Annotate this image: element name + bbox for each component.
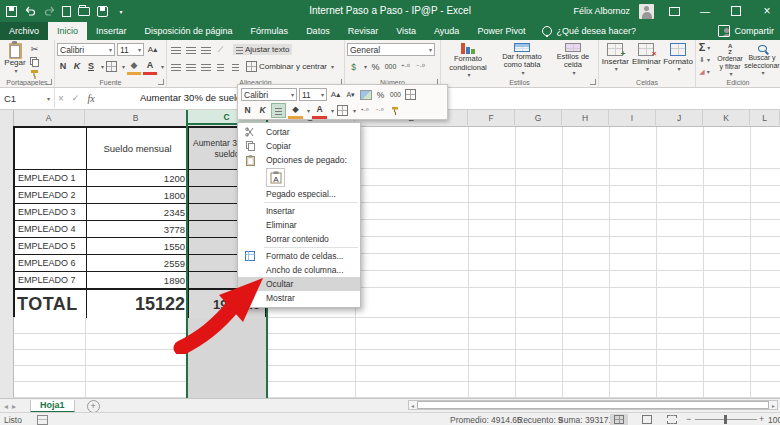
tab-vista[interactable]: Vista bbox=[387, 22, 425, 40]
mini-italic-button[interactable]: K bbox=[256, 104, 269, 117]
tab-formulas[interactable]: Fórmulas bbox=[242, 22, 298, 40]
cut-icon[interactable]: ✂ bbox=[28, 42, 41, 55]
increase-decimal-icon[interactable]: ⁺·⁰ bbox=[399, 60, 412, 73]
workbook-icon[interactable] bbox=[97, 6, 108, 17]
mini-format-painter-icon[interactable] bbox=[388, 104, 401, 117]
cell-salary-5[interactable]: 1550 bbox=[87, 238, 189, 255]
view-normal-button[interactable] bbox=[610, 414, 628, 425]
mini-table-icon[interactable] bbox=[404, 88, 417, 101]
cell-employee-name-6[interactable]: EMPLEADO 6 bbox=[15, 255, 87, 272]
align-center-icon[interactable] bbox=[184, 60, 197, 73]
macro-record-icon[interactable] bbox=[37, 415, 48, 425]
menu-item-borrar-contenido[interactable]: Borrar contenido bbox=[238, 232, 360, 246]
column-header-B[interactable]: B bbox=[85, 110, 187, 125]
insert-function-icon[interactable]: fx bbox=[87, 93, 94, 104]
clear-icon[interactable]: ◢▾ bbox=[698, 66, 711, 77]
tell-me-box[interactable]: ¿Qué desea hacer? bbox=[534, 22, 644, 40]
scroll-left-icon[interactable]: ◂ bbox=[409, 402, 416, 409]
tab-disposicion[interactable]: Disposición de página bbox=[136, 22, 242, 40]
restore-icon[interactable] bbox=[725, 0, 747, 22]
tab-insertar[interactable]: Insertar bbox=[87, 22, 136, 40]
share-button[interactable]: Compartir bbox=[718, 25, 774, 37]
menu-item-ocultar[interactable]: Ocultar bbox=[238, 277, 360, 291]
close-icon[interactable]: × bbox=[756, 0, 778, 22]
orientation-icon[interactable]: ⟋ bbox=[214, 43, 227, 56]
merge-center-button[interactable]: Combinar y centrar ▾ bbox=[246, 61, 334, 72]
increase-indent-icon[interactable] bbox=[229, 60, 242, 73]
row-header-strip[interactable] bbox=[0, 110, 14, 398]
copy-icon[interactable] bbox=[28, 55, 41, 68]
delete-cells-button[interactable]: × Eliminar▾ bbox=[632, 42, 662, 77]
column-header-G[interactable]: G bbox=[515, 110, 562, 125]
tab-inicio[interactable]: Inicio bbox=[48, 22, 87, 40]
tab-datos[interactable]: Datos bbox=[297, 22, 339, 40]
menu-item-opciones-de-pegado[interactable]: Opciones de pegado: bbox=[238, 153, 360, 167]
new-file-icon[interactable] bbox=[62, 6, 71, 17]
borders-dropdown-icon[interactable]: ▾ bbox=[122, 63, 125, 70]
column-header-L[interactable]: L bbox=[750, 110, 780, 125]
mini-percent-icon[interactable]: % bbox=[374, 88, 387, 101]
sheet-nav-right-icon[interactable]: ▸ bbox=[12, 402, 16, 411]
decrease-decimal-icon[interactable]: ⁻·⁰ bbox=[414, 60, 427, 73]
mini-increase-font-icon[interactable]: A▴ bbox=[329, 88, 342, 101]
cell-B1[interactable]: Sueldo mensual bbox=[87, 128, 189, 170]
font-color-dropdown-icon[interactable]: ▾ bbox=[161, 63, 164, 70]
cell-employee-name-5[interactable]: EMPLEADO 5 bbox=[15, 238, 87, 255]
autosum-icon[interactable]: Σ▾ bbox=[698, 42, 711, 53]
scroll-right-icon[interactable]: ▸ bbox=[770, 402, 777, 409]
conditional-formatting-button[interactable]: Formato condicional▾ bbox=[443, 42, 493, 77]
align-left-icon[interactable] bbox=[169, 60, 182, 73]
qat-customize-icon[interactable]: ▾ bbox=[115, 5, 127, 17]
font-size-combo[interactable]: 11▾ bbox=[117, 43, 144, 56]
column-header-H[interactable]: H bbox=[562, 110, 609, 125]
column-header-F[interactable]: F bbox=[468, 110, 515, 125]
align-top-icon[interactable] bbox=[169, 43, 182, 56]
cell-salary-1[interactable]: 1200 bbox=[87, 170, 189, 187]
menu-item-formato-de-celdas[interactable]: Formato de celdas... bbox=[238, 249, 360, 263]
styles-dialog-launcher-icon[interactable] bbox=[590, 79, 596, 85]
enter-entry-icon[interactable]: ✓ bbox=[72, 93, 80, 103]
save-icon[interactable] bbox=[6, 6, 17, 17]
open-folder-icon[interactable] bbox=[78, 7, 90, 16]
percent-icon[interactable]: % bbox=[369, 60, 382, 73]
increase-font-icon[interactable]: A▴ bbox=[146, 43, 159, 56]
bold-button[interactable]: N bbox=[57, 60, 69, 73]
borders-icon[interactable] bbox=[106, 60, 118, 73]
sheet-nav-left-icon[interactable]: ◂ bbox=[0, 402, 12, 411]
tab-revisar[interactable]: Revisar bbox=[339, 22, 388, 40]
undo-icon[interactable] bbox=[24, 5, 36, 17]
cell-employee-name-2[interactable]: EMPLEADO 2 bbox=[15, 187, 87, 204]
underline-button[interactable]: S bbox=[85, 60, 97, 73]
cell-salary-3[interactable]: 2345 bbox=[87, 204, 189, 221]
format-cells-button[interactable]: Formato▾ bbox=[663, 42, 693, 77]
insert-cells-button[interactable]: + Insertar▾ bbox=[601, 42, 630, 77]
column-header-I[interactable]: I bbox=[609, 110, 656, 125]
format-as-table-button[interactable]: Dar formato como tabla▾ bbox=[496, 42, 548, 77]
decrease-indent-icon[interactable] bbox=[214, 60, 227, 73]
mini-bold-button[interactable]: N bbox=[241, 104, 254, 117]
mini-thousands-icon[interactable]: 000 bbox=[389, 88, 402, 101]
sort-filter-button[interactable]: AZ Ordenar y filtrar▾ bbox=[716, 42, 744, 77]
view-page-layout-button[interactable] bbox=[638, 414, 656, 425]
tab-archivo[interactable]: Archivo bbox=[0, 22, 48, 40]
view-page-break-button[interactable] bbox=[663, 414, 681, 425]
align-right-icon[interactable] bbox=[199, 60, 212, 73]
sheet-tab-hoja1[interactable]: Hoja1 bbox=[30, 400, 75, 413]
scrollbar-thumb[interactable] bbox=[417, 401, 769, 409]
find-select-button[interactable]: Buscar y seleccionar▾ bbox=[746, 42, 778, 77]
mini-fill-color-icon[interactable]: ◆ bbox=[288, 103, 303, 119]
thousands-icon[interactable]: 000 bbox=[384, 60, 397, 73]
cell-employee-name-3[interactable]: EMPLEADO 3 bbox=[15, 204, 87, 221]
zoom-in-icon[interactable]: + bbox=[759, 414, 764, 424]
italic-button[interactable]: K bbox=[71, 60, 83, 73]
menu-item-copiar[interactable]: Copiar bbox=[238, 139, 360, 153]
tab-ayuda[interactable]: Ayuda bbox=[425, 22, 468, 40]
align-middle-icon[interactable] bbox=[184, 43, 197, 56]
menu-item-eliminar[interactable]: Eliminar bbox=[238, 218, 360, 232]
font-dialog-launcher-icon[interactable] bbox=[158, 79, 164, 85]
menu-item-insertar[interactable]: Insertar bbox=[238, 204, 360, 218]
name-box[interactable]: C1 ▾ bbox=[0, 88, 55, 108]
tab-power-pivot[interactable]: Power Pivot bbox=[468, 22, 534, 40]
redo-icon[interactable] bbox=[43, 5, 55, 17]
paste-option-button[interactable]: A bbox=[266, 168, 285, 187]
